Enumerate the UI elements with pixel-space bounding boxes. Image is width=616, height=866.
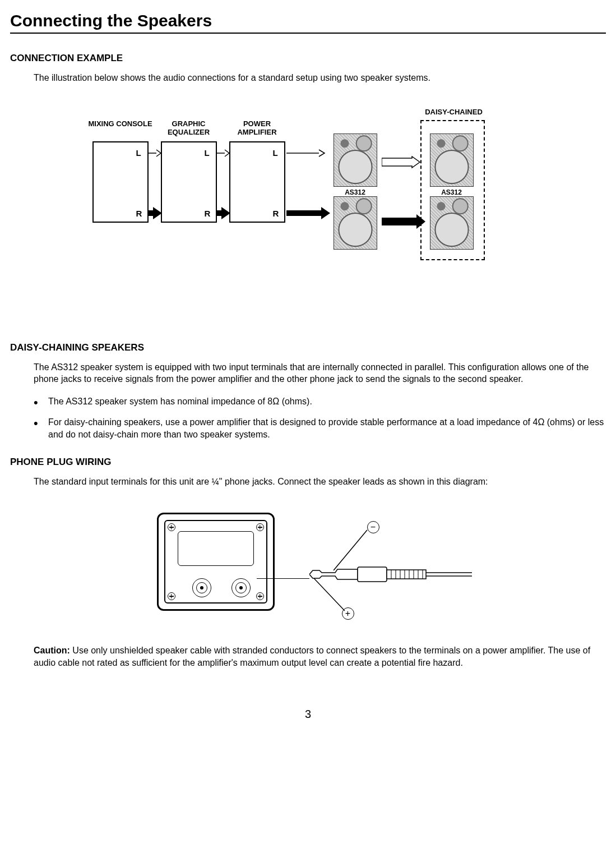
heading-daisy-chaining: DAISY-CHAINING SPEAKERS (10, 342, 606, 353)
heading-phone-plug: PHONE PLUG WIRING (10, 457, 606, 468)
ch-amp-r: R (273, 209, 279, 218)
label-daisy-chained: DAISY-CHAINED (412, 108, 496, 116)
arrow-open-icon (286, 149, 326, 157)
ch-mixer-l: L (136, 148, 141, 158)
polarity-plus-icon: + (342, 607, 354, 620)
jack-panel (157, 513, 275, 611)
speaker-icon (430, 196, 474, 250)
guideline (257, 578, 309, 579)
label-mixing-console: MIXING CONSOLE (87, 120, 154, 128)
ch-eq-l: L (205, 148, 210, 158)
text-daisy-para: The AS312 speaker system is equipped wit… (34, 361, 606, 385)
arrow-open-icon (217, 149, 230, 157)
polarity-minus-icon: − (367, 521, 379, 533)
label-speaker-model-1: AS312 (334, 188, 377, 196)
label-speaker-model-2: AS312 (430, 188, 474, 196)
caution-label: Caution: (34, 646, 70, 655)
page-number: 3 (10, 708, 606, 721)
text-plug-para: The standard input terminals for this un… (34, 476, 606, 488)
ch-amp-l: L (273, 148, 278, 158)
speaker-icon (430, 133, 474, 187)
panel-recess (178, 531, 254, 566)
screw-icon (168, 523, 175, 531)
arrow-open-icon (382, 156, 421, 168)
diagram-connection-example: MIXING CONSOLE GRAPHIC EQUALIZER POWER A… (92, 123, 524, 280)
screw-icon (256, 523, 264, 531)
caution-body: Use only unshielded speaker cable with s… (34, 646, 590, 667)
speaker-icon (334, 133, 377, 187)
phone-jack-icon (231, 578, 251, 597)
list-daisy-bullets: The AS312 speaker system has nominal imp… (34, 395, 606, 441)
heading-connection-example: CONNECTION EXAMPLE (10, 53, 606, 64)
jack-panel-inner (164, 520, 267, 604)
list-item: For daisy-chaining speakers, use a power… (34, 416, 606, 440)
phone-jack-icon (192, 578, 211, 597)
label-power-amp: POWER AMPLIFIER (224, 120, 291, 137)
leader-minus (334, 527, 412, 577)
label-graphic-eq: GRAPHIC EQUALIZER (155, 120, 223, 137)
screw-icon (256, 592, 264, 600)
list-item: The AS312 speaker system has nominal imp… (34, 395, 606, 408)
page-title: Connecting the Speakers (10, 11, 606, 34)
diagram-phone-plug: − + (112, 504, 504, 628)
ch-mixer-r: R (136, 209, 142, 218)
screw-icon (168, 592, 175, 600)
speaker-icon (334, 196, 377, 250)
text-connection-intro: The illustration below shows the audio c… (34, 72, 606, 84)
text-caution: Caution: Use only unshielded speaker cab… (34, 644, 606, 669)
ch-eq-r: R (205, 209, 211, 218)
arrow-open-icon (149, 149, 162, 157)
